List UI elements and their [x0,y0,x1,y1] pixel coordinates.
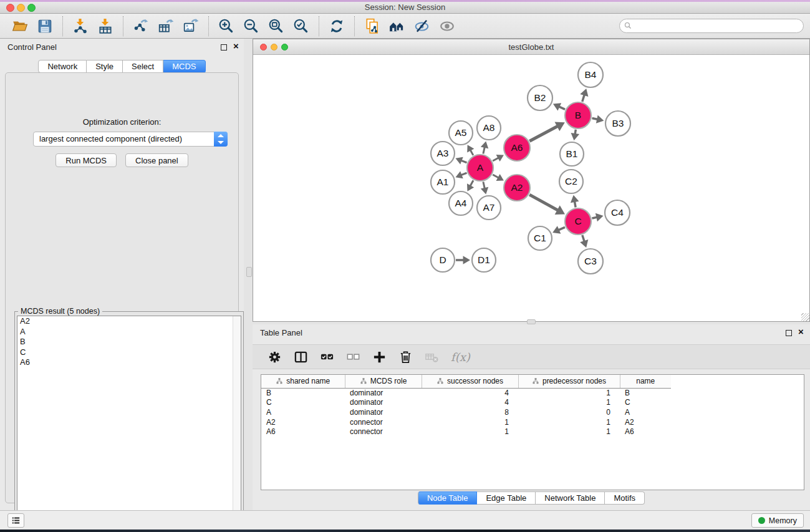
hide-selected-icon[interactable] [413,17,432,36]
table-float-panel-icon[interactable] [786,330,792,336]
close-panel-button[interactable]: Close panel [125,153,188,167]
mcds-result-item[interactable]: B [17,337,241,347]
horizontal-divider-grip[interactable] [527,319,536,324]
close-panel-icon[interactable]: × [233,41,239,52]
tab-network[interactable]: Network [38,60,87,73]
table-cell[interactable]: A2 [261,417,345,427]
graph-edge-C-C1[interactable] [558,227,565,230]
graph-node-A5[interactable]: A5 [449,121,473,145]
open-session-icon[interactable] [11,17,29,36]
zoom-out-icon[interactable] [242,17,261,36]
tab-style[interactable]: Style [87,60,123,73]
graph-edge-A-A2[interactable] [493,175,499,178]
table-cell[interactable]: 1 [518,398,620,408]
graph-node-D[interactable]: D [431,248,455,272]
column-header-mcds-role[interactable]: MCDS role [345,375,422,388]
column-header-successor-nodes[interactable]: successor nodes [422,375,518,388]
graph-node-B[interactable]: B [565,102,591,128]
mcds-result-item[interactable]: A [17,327,241,337]
table-row[interactable]: A6connector11A6 [261,427,671,437]
tab-mcds[interactable]: MCDS [163,60,205,73]
refresh-icon[interactable] [327,17,346,36]
table-cell[interactable]: A6 [620,427,671,437]
table-row[interactable]: Cdominator41C [261,398,671,408]
table-cell[interactable]: connector [345,417,422,427]
table-cell[interactable]: C [620,398,671,408]
deselect-all-icon[interactable] [345,349,361,365]
table-cell[interactable]: 4 [422,388,518,398]
table-cell[interactable]: B [261,388,345,398]
graph-node-A1[interactable]: A1 [431,170,455,194]
window-resize-grip[interactable] [801,313,809,321]
function-builder-icon[interactable]: f(x) [451,351,470,364]
column-header-predecessor-nodes[interactable]: predecessor nodes [518,375,620,388]
graph-edge-A-A8[interactable] [483,147,485,153]
graph-edge-A-A4[interactable] [470,180,473,186]
delete-table-icon[interactable] [423,349,440,365]
criterion-dropdown[interactable]: largest connected component (directed) [33,132,228,147]
show-all-icon[interactable] [438,17,456,36]
settings-icon[interactable] [266,349,282,365]
float-panel-icon[interactable] [221,44,227,51]
table-cell[interactable]: 1 [518,388,620,398]
mcds-result-item[interactable]: A2 [17,316,241,327]
table-row[interactable]: A2connector11A2 [261,417,671,427]
table-cell[interactable]: 4 [422,398,518,408]
graph-node-A2[interactable]: A2 [504,175,530,201]
graph-edge-A2-C[interactable] [529,195,558,211]
graph-node-D1[interactable]: D1 [472,248,496,272]
graph-node-C2[interactable]: C2 [559,170,583,193]
graph-node-C4[interactable]: C4 [605,200,630,225]
graph-node-B4[interactable]: B4 [578,62,603,87]
graph-node-A7[interactable]: A7 [477,196,501,220]
add-column-icon[interactable] [371,349,387,365]
table-row[interactable]: Adominator80A [261,407,671,417]
tab-node-table[interactable]: Node Table [418,491,478,505]
column-header-shared-name[interactable]: shared name [261,375,345,388]
split-view-icon[interactable] [292,349,309,365]
export-image-icon[interactable] [181,17,200,36]
table-cell[interactable]: 1 [518,417,620,427]
table-cell[interactable]: C [261,398,345,408]
graph-edge-A-A7[interactable] [483,181,485,188]
graph-node-B3[interactable]: B3 [605,111,630,136]
table-cell[interactable]: dominator [345,398,422,408]
tab-select[interactable]: Select [123,60,163,73]
table-cell[interactable]: dominator [345,407,422,417]
tab-edge-table[interactable]: Edge Table [477,491,536,505]
table-cell[interactable]: 1 [518,427,620,437]
graph-node-A8[interactable]: A8 [477,116,501,140]
table-cell[interactable]: 1 [422,427,518,437]
table-cell[interactable]: connector [345,427,422,437]
export-table-icon[interactable] [157,17,175,36]
table-row[interactable]: Bdominator41B [261,388,671,398]
graph-node-A[interactable]: A [467,155,493,181]
graph-node-C1[interactable]: C1 [528,226,552,250]
graph-edge-A-A6[interactable] [493,158,499,161]
task-history-button[interactable] [7,513,24,528]
save-session-icon[interactable] [36,17,54,36]
graph-node-B1[interactable]: B1 [560,142,584,166]
select-all-icon[interactable] [319,349,335,365]
mcds-result-item[interactable]: C [17,347,241,358]
import-table-icon[interactable] [96,17,115,36]
table-close-panel-icon[interactable]: × [798,326,804,337]
export-network-icon[interactable] [132,17,150,36]
table-cell[interactable]: A [261,407,345,417]
graph-node-A3[interactable]: A3 [431,142,455,165]
tab-network-table[interactable]: Network Table [536,491,605,505]
graph-node-C[interactable]: C [565,208,591,235]
table-cell[interactable]: A6 [261,427,345,437]
run-mcds-button[interactable]: Run MCDS [55,153,117,167]
zoom-fit-icon[interactable] [267,17,286,36]
table-cell[interactable]: 0 [518,407,620,417]
table-cell[interactable]: B [620,388,671,398]
column-header-name[interactable]: name [620,375,671,388]
graph-edge-A6-B[interactable] [529,126,558,141]
graph-node-A4[interactable]: A4 [449,191,473,215]
table-cell[interactable]: A2 [620,417,671,427]
mcds-result-scrollbar[interactable] [233,316,241,530]
new-network-from-selection-icon[interactable] [363,17,382,36]
delete-columns-icon[interactable] [397,349,413,365]
table-cell[interactable]: 8 [422,407,518,417]
